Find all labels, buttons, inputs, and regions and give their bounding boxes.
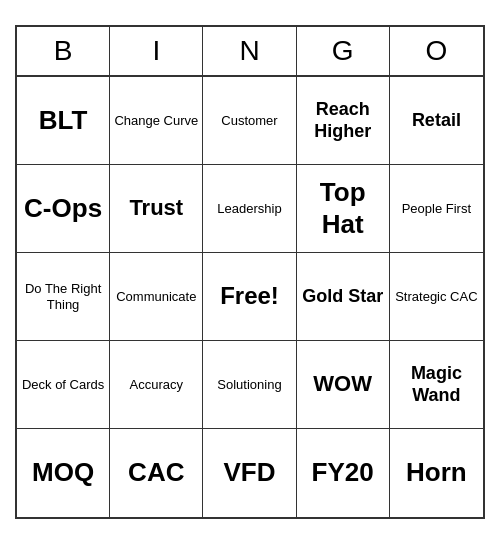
bingo-cell-8: Top Hat (297, 165, 390, 253)
bingo-cell-2: Customer (203, 77, 296, 165)
bingo-cell-9: People First (390, 165, 483, 253)
bingo-cell-20: MOQ (17, 429, 110, 517)
bingo-cell-17: Solutioning (203, 341, 296, 429)
bingo-cell-10: Do The Right Thing (17, 253, 110, 341)
header-letter-g: G (297, 27, 390, 75)
bingo-cell-23: FY20 (297, 429, 390, 517)
bingo-header: BINGO (17, 27, 483, 77)
bingo-cell-19: Magic Wand (390, 341, 483, 429)
bingo-cell-24: Horn (390, 429, 483, 517)
bingo-cell-22: VFD (203, 429, 296, 517)
bingo-cell-11: Communicate (110, 253, 203, 341)
header-letter-i: I (110, 27, 203, 75)
bingo-cell-4: Retail (390, 77, 483, 165)
bingo-cell-0: BLT (17, 77, 110, 165)
bingo-cell-21: CAC (110, 429, 203, 517)
header-letter-o: O (390, 27, 483, 75)
bingo-cell-5: C-Ops (17, 165, 110, 253)
bingo-cell-7: Leadership (203, 165, 296, 253)
bingo-cell-16: Accuracy (110, 341, 203, 429)
bingo-card: BINGO BLTChange CurveCustomerReach Highe… (15, 25, 485, 519)
bingo-cell-6: Trust (110, 165, 203, 253)
bingo-cell-1: Change Curve (110, 77, 203, 165)
bingo-cell-12: Free! (203, 253, 296, 341)
header-letter-b: B (17, 27, 110, 75)
bingo-cell-14: Strategic CAC (390, 253, 483, 341)
bingo-cell-15: Deck of Cards (17, 341, 110, 429)
bingo-cell-3: Reach Higher (297, 77, 390, 165)
bingo-cell-13: Gold Star (297, 253, 390, 341)
bingo-cell-18: WOW (297, 341, 390, 429)
bingo-grid: BLTChange CurveCustomerReach HigherRetai… (17, 77, 483, 517)
header-letter-n: N (203, 27, 296, 75)
